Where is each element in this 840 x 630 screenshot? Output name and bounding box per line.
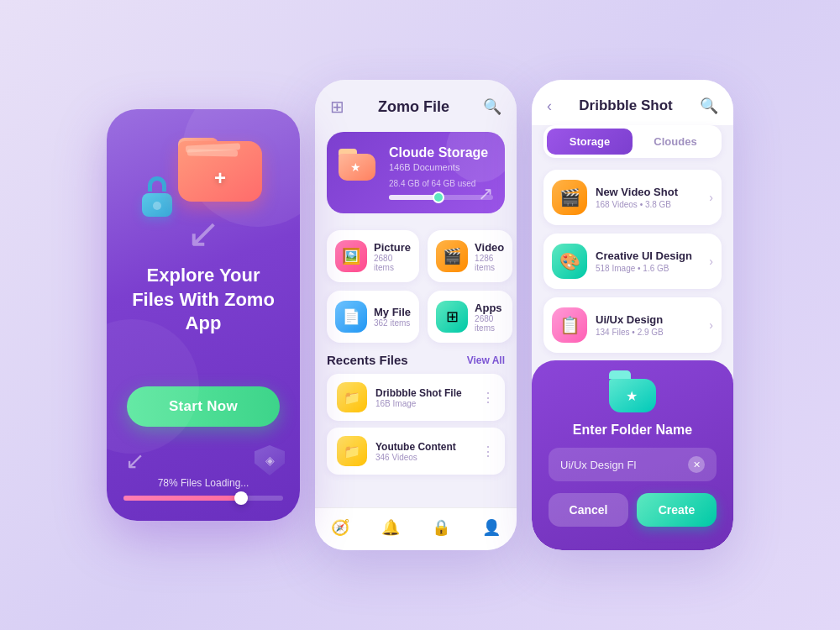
video-count: 1286 items xyxy=(475,254,504,272)
chevron-icon-2: › xyxy=(709,255,713,268)
file-categories-grid: 🖼️ Picture 2680 items 🎬 Video 1286 items… xyxy=(315,220,517,353)
folder-item-1[interactable]: 🎬 New Video Shot 168 Videos • 3.8 GB › xyxy=(543,170,722,225)
video-label: Video xyxy=(475,241,504,254)
view-all-link[interactable]: View All xyxy=(467,354,505,366)
picture-count: 2680 items xyxy=(374,254,411,272)
recent-file-sub-2: 346 Videos xyxy=(375,453,473,462)
folder-item-3[interactable]: 📋 Ui/Ux Design 134 Files • 2.9 GB › xyxy=(543,297,722,353)
s1-bottom: ↙ ◈ 78% Files Loading... xyxy=(123,477,283,501)
arrow-decor: ↙ xyxy=(125,447,144,475)
folder-sub-3: 134 Files • 2.9 GB xyxy=(596,328,701,337)
slider-fill xyxy=(389,195,435,200)
clear-input-button[interactable]: ✕ xyxy=(688,456,705,473)
shield-decor: ◈ xyxy=(255,445,285,480)
cloud-title: Cloude Storage xyxy=(389,145,493,160)
create-folder-popup: ★ Enter Folder Name Ui/Ux Design Fl ✕ Ca… xyxy=(532,360,733,550)
nav-compass-icon[interactable]: 🧭 xyxy=(331,518,349,537)
popup-title: Enter Folder Name xyxy=(573,423,692,438)
progress-fill xyxy=(123,496,248,501)
card-arrow-decor: ↗ xyxy=(478,183,493,205)
myfile-label: My File xyxy=(374,306,411,318)
popup-buttons: Cancel Create xyxy=(549,493,717,527)
storage-tabs: Storage Cloudes xyxy=(543,125,722,158)
start-now-button[interactable]: Start Now xyxy=(127,386,280,427)
progress-thumb[interactable] xyxy=(234,491,248,505)
s3-search-icon[interactable]: 🔍 xyxy=(700,97,718,115)
tab-storage[interactable]: Storage xyxy=(547,129,633,155)
tab-cloudes[interactable]: Cloudes xyxy=(633,129,718,155)
cancel-button[interactable]: Cancel xyxy=(549,493,628,527)
cloud-storage-card: ★ Cloude Storage 146B Documents 28.4 GB … xyxy=(327,132,505,213)
chevron-icon-1: › xyxy=(709,191,713,204)
folder-name-value: Ui/Ux Design Fl xyxy=(560,459,636,471)
progress-bar xyxy=(123,496,283,501)
cloud-subtitle: 146B Documents xyxy=(389,162,493,172)
folder-name-2: Creative UI Design xyxy=(596,249,701,262)
folder-icon-3: 📋 xyxy=(552,307,587,343)
category-video[interactable]: 🎬 Video 1286 items xyxy=(428,230,512,282)
recent-file-2[interactable]: 📁 Youtube Content 346 Videos ⋮ xyxy=(327,428,505,475)
folder-item-2[interactable]: 🎨 Creative UI Design 518 Image • 1.6 GB … xyxy=(543,234,722,289)
app-headline: Explore Your Files With Zomo App xyxy=(123,264,283,336)
recent-file-name-1: Dribbble Shot File xyxy=(375,387,473,399)
s2-app-title: Zomo File xyxy=(378,98,449,116)
s3-title: Dribbble Shot xyxy=(579,97,672,114)
slider-thumb[interactable] xyxy=(433,192,444,203)
swirl-decor: ↙ xyxy=(186,213,220,254)
recent-file-sub-1: 16B Image xyxy=(375,399,473,408)
cloud-folder-icon: ★ xyxy=(339,145,381,181)
folder-sub-1: 168 Videos • 3.8 GB xyxy=(596,200,701,209)
apps-icon: ⊞ xyxy=(436,301,468,333)
apps-count: 2680 items xyxy=(475,314,504,333)
category-picture[interactable]: 🖼️ Picture 2680 items xyxy=(327,230,419,282)
recent-file-icon-2: 📁 xyxy=(337,436,367,466)
grid-icon[interactable]: ⊞ xyxy=(330,97,344,117)
bottom-nav: 🧭 🔔 🔒 👤 xyxy=(315,507,517,550)
folder-info-2: Creative UI Design 518 Image • 1.6 GB xyxy=(596,249,701,273)
s2-header: ⊞ Zomo File 🔍 xyxy=(315,80,517,125)
recents-title: Recents Files xyxy=(327,353,408,367)
nav-profile-icon[interactable]: 👤 xyxy=(482,518,501,537)
nav-bell-icon[interactable]: 🔔 xyxy=(381,518,400,537)
popup-folder-icon: ★ xyxy=(607,369,658,412)
folder-info-3: Ui/Ux Design 134 Files • 2.9 GB xyxy=(596,313,701,337)
screen-1: + ↙ Explore Your Files With Zomo App Sta… xyxy=(107,109,300,521)
folder-name-3: Ui/Ux Design xyxy=(596,313,701,326)
category-apps[interactable]: ⊞ Apps 2680 items xyxy=(428,291,512,343)
screen-2: ⊞ Zomo File 🔍 ★ Cloude Storage 146B Docu… xyxy=(315,80,517,550)
category-myfile[interactable]: 📄 My File 362 items xyxy=(327,291,419,343)
screen-3: ‹ Dribbble Shot 🔍 Storage Cloudes 🎬 New … xyxy=(532,80,733,550)
apps-label: Apps xyxy=(475,302,504,314)
folder-plus-icon: + xyxy=(214,166,226,190)
folder-icon: + xyxy=(157,134,249,210)
picture-label: Picture xyxy=(374,241,411,254)
folder-sub-2: 518 Image • 1.6 GB xyxy=(596,264,701,273)
back-icon[interactable]: ‹ xyxy=(547,97,552,115)
myfile-icon: 📄 xyxy=(335,301,367,333)
recent-file-name-2: Youtube Content xyxy=(375,441,473,453)
recents-header: Recents Files View All xyxy=(327,353,505,367)
video-icon: 🎬 xyxy=(436,240,468,272)
s3-header: ‹ Dribbble Shot 🔍 xyxy=(532,80,733,125)
folder-icon-1: 🎬 xyxy=(552,180,587,215)
folder-name-input[interactable]: Ui/Ux Design Fl ✕ xyxy=(549,448,717,481)
folder-star: ★ xyxy=(350,160,361,174)
nav-lock-icon[interactable]: 🔒 xyxy=(432,518,450,537)
create-button[interactable]: Create xyxy=(637,493,717,527)
chevron-icon-3: › xyxy=(709,318,713,332)
picture-icon: 🖼️ xyxy=(335,240,367,272)
file-menu-icon-2[interactable]: ⋮ xyxy=(481,444,495,459)
recent-file-1[interactable]: 📁 Dribbble Shot File 16B Image ⋮ xyxy=(327,374,505,421)
recent-file-icon-1: 📁 xyxy=(337,382,367,412)
folder-icon-2: 🎨 xyxy=(552,244,587,279)
file-menu-icon-1[interactable]: ⋮ xyxy=(481,390,495,406)
folder-name-1: New Video Shot xyxy=(596,186,701,198)
myfile-count: 362 items xyxy=(374,318,411,328)
search-icon[interactable]: 🔍 xyxy=(483,97,501,116)
folder-info-1: New Video Shot 168 Videos • 3.8 GB xyxy=(596,186,701,209)
popup-folder-star: ★ xyxy=(626,388,638,404)
recents-section: Recents Files View All 📁 Dribbble Shot F… xyxy=(315,353,517,481)
s1-top: + ↙ Explore Your Files With Zomo App xyxy=(123,134,283,336)
